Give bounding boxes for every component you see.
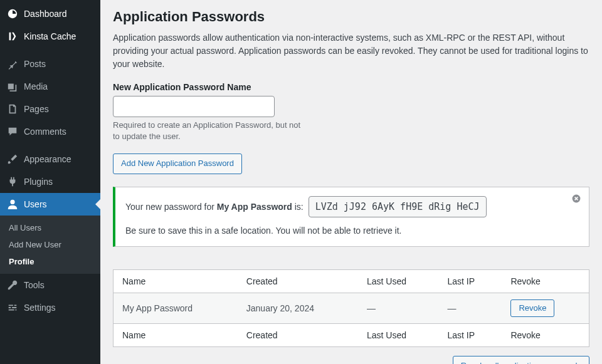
passwords-table: Name Created Last Used Last IP Revoke My… [113,269,589,347]
sliders-icon [6,301,19,314]
wrench-icon [6,279,19,291]
dismiss-notice-button[interactable] [570,194,583,206]
pages-icon [6,103,19,115]
sidebar-item-plugins[interactable]: Plugins [0,170,100,193]
notice-app-name: My App Password [217,202,292,212]
sidebar-item-label: Plugins [24,177,53,187]
revoke-all-button[interactable]: Revoke all application passwords [453,356,589,364]
kinsta-icon [6,30,19,43]
tf-last-ip: Last IP [438,324,502,347]
notice-is: is: [292,202,304,212]
cell-name: My App Password [114,293,238,323]
sidebar-item-label: Settings [24,303,56,313]
plugin-icon [6,175,19,188]
sidebar-item-users[interactable]: Users [0,193,100,216]
sidebar-item-label: Kinsta Cache [24,31,76,41]
sidebar-item-dashboard[interactable]: Dashboard [0,3,100,25]
table-row: My App Password January 20, 2024 — — Rev… [114,293,589,323]
sidebar-item-pages[interactable]: Pages [0,98,100,120]
add-password-button[interactable]: Add New Application Password [113,153,242,174]
sidebar-item-label: Tools [24,280,45,290]
sidebar-item-label: Pages [24,104,49,114]
generated-password-code[interactable]: LVZd jJ92 6AyK fH9E dRig HeCJ [309,196,487,217]
sidebar-item-label: Media [24,81,48,91]
sidebar-item-label: Users [24,199,47,209]
notice-line-1: Your new password for My App Password is… [125,196,564,217]
cell-last-ip: — [438,293,502,323]
sidebar-item-label: Comments [24,127,66,137]
tf-last-used: Last Used [358,324,438,347]
cell-last-used: — [358,293,438,323]
tf-revoke: Revoke [502,324,589,347]
sidebar-item-label: Posts [24,59,46,69]
sidebar-item-kinsta-cache[interactable]: Kinsta Cache [0,25,100,48]
comments-icon [6,125,19,138]
sidebar-item-label: Dashboard [24,9,67,19]
page-title: Application Passwords [113,9,589,25]
th-created[interactable]: Created [238,269,358,293]
notice-save-hint: Be sure to save this in a safe location.… [125,224,564,237]
sidebar-item-tools[interactable]: Tools [0,274,100,296]
svg-point-0 [10,200,14,204]
th-last-ip[interactable]: Last IP [438,269,502,293]
notice-prefix: Your new password for [125,202,217,212]
sidebar-item-settings[interactable]: Settings [0,296,100,319]
sidebar-sub-all-users[interactable]: All Users [0,219,100,236]
tf-name: Name [114,324,238,347]
brush-icon [6,153,19,165]
media-icon [6,80,19,93]
sidebar-item-comments[interactable]: Comments [0,120,100,143]
cell-created: January 20, 2024 [238,293,358,323]
admin-sidebar: Dashboard Kinsta Cache Posts Media Pages… [0,0,100,364]
main-content: Application Passwords Application passwo… [100,0,602,364]
dashboard-icon [6,8,19,20]
sidebar-item-appearance[interactable]: Appearance [0,148,100,170]
sidebar-submenu-users: All Users Add New User Profile [0,216,100,274]
sidebar-sub-add-new-user[interactable]: Add New User [0,236,100,253]
password-name-input[interactable] [113,96,275,117]
user-icon [6,198,19,211]
intro-text: Application passwords allow authenticati… [113,31,589,71]
sidebar-item-label: Appearance [24,154,71,164]
th-name[interactable]: Name [114,269,238,293]
new-password-notice: Your new password for My App Password is… [113,187,589,247]
sidebar-item-media[interactable]: Media [0,75,100,98]
password-name-help: Required to create an Application Passwo… [113,120,301,142]
sidebar-item-posts[interactable]: Posts [0,53,100,75]
revoke-button[interactable]: Revoke [510,299,554,317]
th-revoke: Revoke [502,269,589,293]
sidebar-sub-profile[interactable]: Profile [0,253,100,270]
footer-actions: Revoke all application passwords [113,356,589,364]
close-icon [571,196,581,205]
password-name-label: New Application Password Name [113,82,589,92]
tf-created: Created [238,324,358,347]
pin-icon [6,58,19,70]
th-last-used[interactable]: Last Used [358,269,438,293]
cell-revoke: Revoke [502,293,589,323]
